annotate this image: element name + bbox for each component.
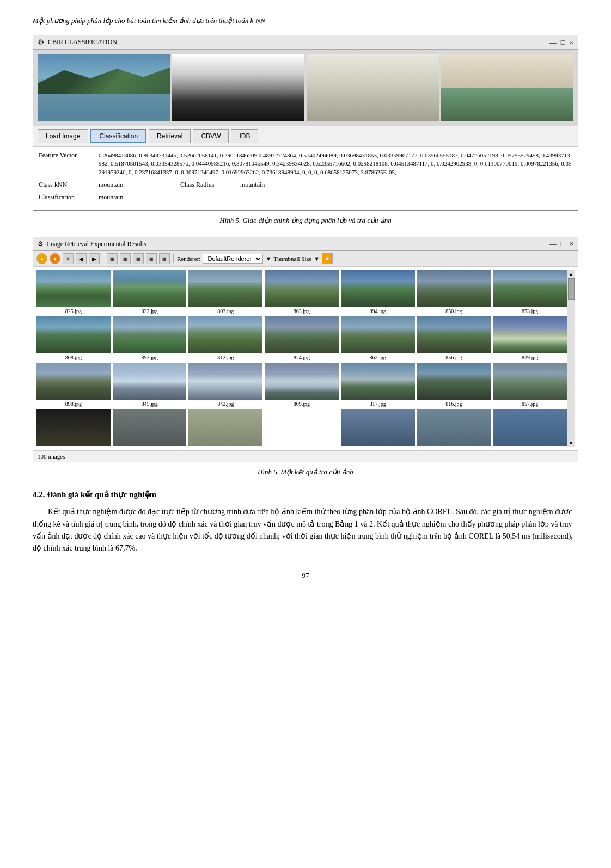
thumb-partial1[interactable] <box>36 409 111 446</box>
grid-item-4: 894.jpg <box>341 270 415 314</box>
grid-item-21 <box>36 409 111 447</box>
class-row: Class kNN mountain Class Radius mountain <box>39 181 572 189</box>
toolbar-btn-star[interactable]: ★ <box>322 253 333 264</box>
toolbar-btn-grid3[interactable]: ▦ <box>133 253 144 264</box>
label-856: 856.jpg <box>445 354 462 360</box>
figure2-caption: Hình 6. Một kết quả tra cứu ảnh <box>33 468 578 476</box>
toolbar-btn-grid1[interactable]: ▦ <box>107 253 118 264</box>
classification-row: Classification mountain <box>39 193 572 201</box>
idb-button[interactable]: IDB <box>231 129 258 143</box>
scroll-down-arrow[interactable]: ▼ <box>569 440 574 446</box>
grid-item-26 <box>417 409 491 447</box>
thumb-863[interactable] <box>265 270 339 307</box>
label-863: 863.jpg <box>294 308 310 314</box>
retrieval-close-icon[interactable]: × <box>570 240 573 248</box>
thumb-809[interactable] <box>265 363 339 400</box>
label-808: 808.jpg <box>65 354 82 360</box>
thumb-898[interactable] <box>36 363 111 400</box>
cbvw-button[interactable]: CBVW <box>193 129 229 143</box>
grid-item-12: 856.jpg <box>417 316 491 360</box>
toolbar-btn-grid5[interactable]: ▦ <box>159 253 170 264</box>
label-803: 803.jpg <box>217 308 234 314</box>
grid-item-17: 809.jpg <box>265 363 339 407</box>
label-809: 809.jpg <box>294 401 310 407</box>
thumb-862[interactable] <box>341 316 415 353</box>
thumb-808[interactable] <box>36 316 111 353</box>
thumb-857[interactable] <box>493 363 567 400</box>
toolbar-btn-dot1[interactable]: ● <box>50 253 60 264</box>
label-832: 832.jpg <box>141 308 157 314</box>
toolbar-btn-fwd[interactable]: ▶ <box>89 253 100 264</box>
toolbar-btn-x[interactable]: ✕ <box>63 253 74 264</box>
thumb-816[interactable] <box>417 363 491 400</box>
thumbnail-size-arrow: ▼ <box>314 255 320 262</box>
thumb-partial7[interactable] <box>493 409 567 446</box>
minimize-icon[interactable]: — <box>549 38 557 47</box>
toolbar-btn-back[interactable]: ◀ <box>76 253 87 264</box>
thumb-845[interactable] <box>113 363 187 400</box>
thumb-partial6[interactable] <box>417 409 491 446</box>
toolbar-sep2 <box>173 254 174 263</box>
thumb-893[interactable] <box>113 316 187 353</box>
retrieval-toolbar: ● ● ✕ ◀ ▶ ▦ ▦ ▦ ▦ ▦ Renderer: DefaultRen… <box>33 251 578 267</box>
label-850: 850.jpg <box>445 308 462 314</box>
cbir-window-controls[interactable]: — □ × <box>549 38 573 47</box>
grid-item-9: 812.jpg <box>188 316 262 360</box>
maximize-icon[interactable]: □ <box>561 38 565 47</box>
retrieval-image-grid: 825.jpg 832.jpg 803.jpg 863.jpg 894.jpg … <box>36 270 567 447</box>
retrieval-button[interactable]: Retrieval <box>149 129 191 143</box>
grid-item-14: 898.jpg <box>36 363 111 407</box>
thumb-825[interactable] <box>36 270 111 307</box>
label-862: 862.jpg <box>370 354 386 360</box>
grid-item-10: 824.jpg <box>265 316 339 360</box>
thumb-842[interactable] <box>188 363 262 400</box>
thumb-832[interactable] <box>113 270 187 307</box>
cbir-window-icon: ⚙ <box>38 38 45 47</box>
cbir-window-title: CBIR CLASSIFICATION <box>48 38 117 46</box>
toolbar-btn-grid2[interactable]: ▦ <box>120 253 131 264</box>
toolbar-btn-grid4[interactable]: ▦ <box>146 253 157 264</box>
thumb-partial4[interactable] <box>265 409 339 446</box>
vertical-scrollbar[interactable]: ▲ ▼ <box>567 270 575 447</box>
close-icon[interactable]: × <box>570 38 573 47</box>
thumb-partial2[interactable] <box>113 409 187 446</box>
section-paragraph: Kết quả thực nghiệm được đo đạc trực tiế… <box>33 506 578 555</box>
grid-item-3: 863.jpg <box>265 270 339 314</box>
grid-item-7: 808.jpg <box>36 316 111 360</box>
grid-item-0: 825.jpg <box>36 270 111 314</box>
retrieval-grid-container: 825.jpg 832.jpg 803.jpg 863.jpg 894.jpg … <box>33 267 578 450</box>
thumb-824[interactable] <box>265 316 339 353</box>
grid-item-15: 845.jpg <box>113 363 187 407</box>
thumb-partial3[interactable] <box>188 409 262 446</box>
thumb-812[interactable] <box>188 316 262 353</box>
feature-vector-value: 0.26498413086, 0.80349731445, 0.52662058… <box>99 151 572 176</box>
thumb-817[interactable] <box>341 363 415 400</box>
toolbar-btn-add[interactable]: ● <box>36 253 47 264</box>
toolbar-sep-text: ▼ <box>265 255 271 262</box>
cbir-titlebar-left: ⚙ CBIR CLASSIFICATION <box>38 38 117 47</box>
label-894: 894.jpg <box>370 308 386 314</box>
label-845: 845.jpg <box>141 401 157 407</box>
thumb-partial5[interactable] <box>341 409 415 446</box>
thumb-853[interactable] <box>493 270 567 307</box>
thumb-850[interactable] <box>417 270 491 307</box>
retrieval-window: ⚙ Image Retrieval Experimental Results —… <box>33 237 578 462</box>
renderer-select[interactable]: DefaultRenderer <box>203 254 263 264</box>
scroll-up-arrow[interactable]: ▲ <box>569 271 574 277</box>
thumb-803[interactable] <box>188 270 262 307</box>
retrieval-minimize-icon[interactable]: — <box>549 240 557 248</box>
figure1-caption: Hình 5. Giao diện chính ứng dụng phân lớ… <box>33 216 578 225</box>
thumb-829[interactable] <box>493 316 567 353</box>
scrollbar-thumb[interactable] <box>568 278 575 300</box>
retrieval-window-title: Image Retrieval Experimental Results <box>47 240 146 248</box>
load-image-button[interactable]: Load Image <box>38 129 88 143</box>
cbir-image-1 <box>38 54 170 121</box>
section-heading: 4.2. Đánh giá kết quả thực nghiệm <box>33 490 578 499</box>
thumb-894[interactable] <box>341 270 415 307</box>
retrieval-maximize-icon[interactable]: □ <box>561 240 565 248</box>
grid-item-6: 853.jpg <box>493 270 567 314</box>
grid-item-25 <box>341 409 415 447</box>
classification-button[interactable]: Classification <box>90 129 146 143</box>
thumb-856[interactable] <box>417 316 491 353</box>
retrieval-titlebar: ⚙ Image Retrieval Experimental Results —… <box>33 237 578 251</box>
